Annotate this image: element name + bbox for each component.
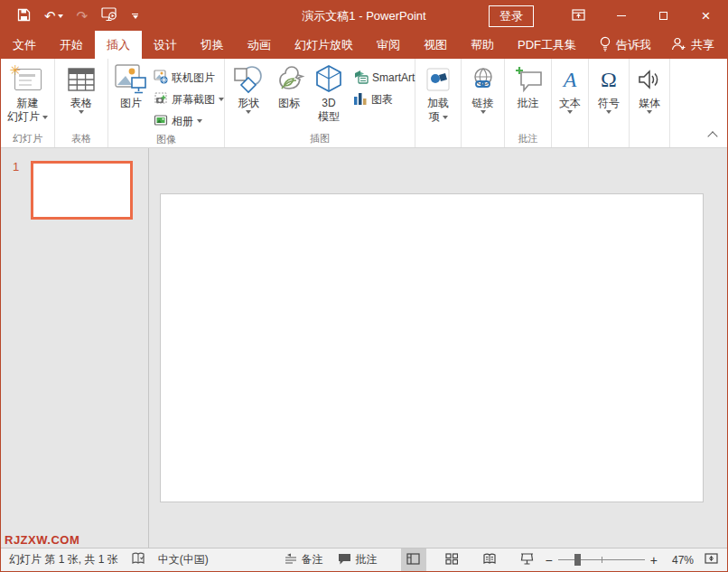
group-label-illustrations: 插图 — [225, 131, 415, 147]
slide-counter: 幻灯片 第 1 张, 共 1 张 — [9, 552, 118, 567]
start-from-beginning-button[interactable] — [101, 7, 118, 24]
new-comment-button[interactable]: 批注 — [510, 61, 546, 111]
zoom-level[interactable]: 47% — [663, 554, 701, 567]
reading-view-button[interactable] — [477, 549, 502, 571]
group-label-slides: 幻灯片 — [1, 131, 54, 147]
tab-design[interactable]: 设计 — [142, 31, 189, 59]
icons-duck-icon — [273, 62, 305, 97]
smartart-icon — [353, 70, 369, 87]
comment-plus-icon — [513, 62, 544, 97]
language-status[interactable]: 中文(中国) — [158, 552, 209, 567]
lightbulb-icon — [599, 36, 611, 54]
tab-slideshow[interactable]: 幻灯片放映 — [283, 31, 365, 59]
group-label-text — [552, 131, 588, 147]
zoom-out-button[interactable]: − — [540, 553, 558, 567]
group-label-media — [630, 131, 669, 147]
shapes-icon — [233, 62, 264, 97]
tab-insert[interactable]: 插入 — [95, 31, 142, 59]
undo-button[interactable]: ↶ — [44, 9, 63, 23]
slide-sorter-view-button[interactable] — [439, 549, 464, 571]
save-button[interactable] — [17, 8, 31, 24]
ribbon-group-links: 链接 — [462, 59, 505, 147]
tab-transitions[interactable]: 切换 — [189, 31, 236, 59]
comments-toggle[interactable]: 批注 — [331, 549, 385, 571]
dropdown-caret-icon — [246, 110, 251, 114]
share-button[interactable]: 共享 — [671, 37, 714, 53]
maximize-button[interactable] — [642, 1, 685, 31]
ribbon-tab-row: 文件 开始 插入 设计 切换 动画 幻灯片放映 审阅 视图 帮助 PDF工具集 … — [1, 31, 727, 59]
dropdown-caret-icon — [42, 116, 48, 119]
text-a-icon: A — [564, 62, 577, 97]
tab-review[interactable]: 审阅 — [365, 31, 412, 59]
ribbon-display-options-button[interactable] — [557, 1, 600, 31]
slide-thumbnail[interactable] — [31, 161, 133, 220]
online-pictures-button[interactable]: 联机图片 — [150, 67, 228, 89]
3d-models-button[interactable]: 3D 模型 — [312, 61, 346, 125]
notes-toggle[interactable]: 备注 — [277, 549, 331, 571]
undo-icon: ↶ — [44, 9, 56, 23]
online-pictures-icon — [154, 70, 168, 87]
slide-editor-area[interactable] — [149, 148, 727, 548]
dropdown-caret-icon — [219, 98, 224, 101]
customize-qat-icon — [132, 14, 138, 14]
maximize-icon — [659, 12, 667, 20]
ribbon-group-slides: ✳ 新建 幻灯片 幻灯片 — [1, 59, 55, 147]
tab-home[interactable]: 开始 — [48, 31, 95, 59]
zoom-in-button[interactable]: + — [645, 553, 663, 567]
slide-thumbnail-panel[interactable]: 1 RJZXW.COM — [1, 148, 149, 548]
normal-view-button[interactable] — [401, 549, 426, 571]
screenshot-button[interactable]: 屏幕截图 — [150, 89, 228, 110]
slideshow-view-button[interactable] — [515, 549, 540, 571]
zoom-slider[interactable] — [558, 559, 645, 560]
ribbon-group-text: A 文本 — [552, 59, 589, 147]
group-label-addins — [415, 131, 461, 147]
close-button[interactable]: × — [685, 1, 727, 31]
undo-caret-icon — [58, 14, 63, 18]
speaker-icon — [638, 62, 661, 97]
save-icon — [17, 8, 31, 24]
smartart-button[interactable]: SmartArt — [350, 67, 418, 89]
tab-view[interactable]: 视图 — [412, 31, 459, 59]
ribbon-display-options-icon — [572, 9, 585, 23]
new-slide-icon: ✳ — [14, 62, 42, 97]
tab-file[interactable]: 文件 — [1, 31, 48, 59]
share-person-icon — [671, 37, 686, 53]
normal-view-icon — [406, 553, 420, 567]
chart-button[interactable]: 图表 — [350, 89, 418, 110]
redo-icon: ↷ — [77, 9, 89, 23]
slide-sorter-icon — [445, 553, 458, 567]
spellcheck-button[interactable] — [131, 552, 145, 567]
tab-pdf-tools[interactable]: PDF工具集 — [506, 31, 588, 59]
redo-button[interactable]: ↷ — [77, 9, 89, 23]
tabrow-right: 告诉我 共享 — [599, 31, 727, 59]
group-label-tables: 表格 — [55, 131, 107, 147]
group-label-symbols — [589, 131, 629, 147]
symbols-button[interactable]: Ω 符号 — [595, 61, 622, 115]
tab-help[interactable]: 帮助 — [459, 31, 506, 59]
spellcheck-book-icon — [131, 555, 145, 567]
zoom-controls: − + 47% — [540, 549, 727, 571]
media-button[interactable]: 媒体 — [635, 61, 664, 115]
fit-slide-to-window-button[interactable] — [701, 549, 727, 571]
login-button[interactable]: 登录 — [489, 5, 534, 27]
minimize-button[interactable] — [600, 1, 642, 31]
customize-qat-button[interactable] — [132, 14, 138, 19]
addins-button[interactable]: 加载 项 — [422, 61, 454, 125]
zoom-slider-thumb[interactable] — [574, 554, 581, 566]
title-bar: ↶ ↷ 演示文稿1 - PowerPoint 登录 — [1, 1, 727, 31]
shapes-button[interactable]: 形状 — [230, 61, 266, 115]
comment-bubble-icon — [338, 553, 351, 567]
links-button[interactable]: 链接 — [467, 61, 499, 115]
picture-button[interactable]: 图片 — [112, 61, 150, 111]
text-button[interactable]: A 文本 — [556, 61, 583, 115]
tell-me-button[interactable]: 告诉我 — [599, 36, 651, 54]
ribbon-group-media: 媒体 — [630, 59, 670, 147]
photo-album-button[interactable]: 相册 — [150, 110, 228, 132]
table-icon — [68, 62, 95, 97]
icons-button[interactable]: 图标 — [270, 61, 308, 111]
new-slide-button[interactable]: ✳ 新建 幻灯片 — [5, 61, 51, 125]
dropdown-caret-icon — [647, 110, 652, 114]
slide-canvas[interactable] — [160, 193, 704, 502]
table-button[interactable]: 表格 — [65, 61, 98, 115]
tab-animations[interactable]: 动画 — [236, 31, 283, 59]
